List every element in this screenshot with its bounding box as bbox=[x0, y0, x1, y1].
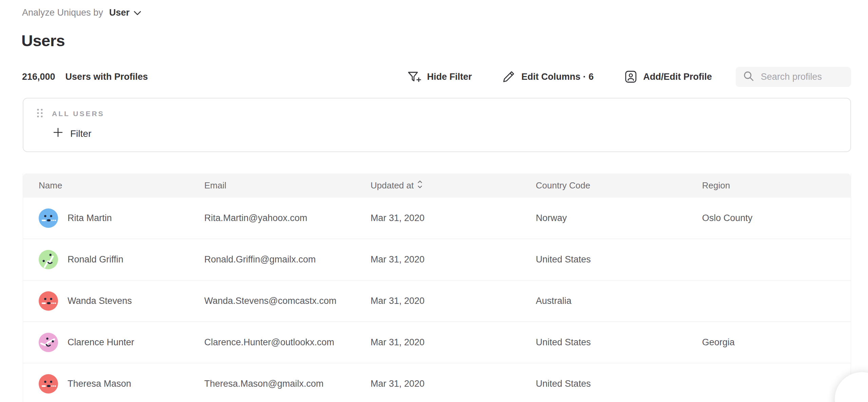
pencil-icon bbox=[502, 70, 516, 84]
table-row[interactable]: Ronald Griffin Ronald.Griffin@gmailx.com… bbox=[23, 239, 851, 280]
avatar bbox=[39, 208, 58, 228]
all-users-group: ALL USERS bbox=[36, 108, 850, 120]
name-cell: Theresa Mason bbox=[39, 374, 204, 394]
name-cell: Ronald Griffin bbox=[39, 250, 204, 269]
add-filter-button[interactable]: Filter bbox=[53, 127, 91, 140]
drag-handle-icon[interactable] bbox=[36, 108, 44, 120]
updated-at-cell: Mar 31, 2020 bbox=[371, 254, 536, 265]
column-header-region[interactable]: Region bbox=[702, 180, 835, 191]
profiles-count-label: Users with Profiles bbox=[65, 72, 148, 82]
column-header-updated-at[interactable]: Updated at bbox=[371, 180, 536, 191]
email-cell: Theresa.Mason@gmailx.com bbox=[204, 379, 371, 389]
analyze-uniques-label: Analyze Uniques by bbox=[22, 7, 103, 18]
country-code-cell: United States bbox=[536, 337, 702, 348]
avatar bbox=[39, 250, 58, 269]
hide-filter-button[interactable]: Hide Filter bbox=[407, 70, 472, 84]
funnel-plus-icon bbox=[407, 70, 421, 84]
add-edit-profile-button[interactable]: Add/Edit Profile bbox=[624, 70, 712, 84]
meta-row: 216,000 Users with Profiles Hide Filter bbox=[22, 67, 851, 87]
add-edit-profile-label: Add/Edit Profile bbox=[643, 72, 712, 82]
profiles-count: 216,000 Users with Profiles bbox=[22, 72, 148, 82]
hide-filter-label: Hide Filter bbox=[427, 72, 472, 82]
toolbar: Hide Filter Edit Columns · 6 bbox=[377, 67, 851, 87]
users-page: Analyze Uniques by User Users 216,000 Us… bbox=[0, 0, 868, 402]
column-header-name[interactable]: Name bbox=[39, 180, 204, 191]
country-code-cell: United States bbox=[536, 379, 702, 389]
search-profiles-box[interactable] bbox=[736, 67, 851, 87]
email-cell: Wanda.Stevens@comcastx.com bbox=[204, 296, 371, 306]
page-title: Users bbox=[21, 31, 65, 50]
edit-columns-label: Edit Columns · 6 bbox=[521, 72, 593, 82]
country-code-cell: United States bbox=[536, 254, 702, 265]
region-cell: Georgia bbox=[702, 337, 835, 348]
avatar bbox=[39, 291, 58, 311]
profiles-count-number: 216,000 bbox=[22, 72, 55, 82]
avatar bbox=[39, 333, 58, 352]
name-cell: Clarence Hunter bbox=[39, 333, 204, 352]
analyze-uniques-bar: Analyze Uniques by User bbox=[22, 7, 141, 18]
search-icon bbox=[742, 70, 755, 84]
all-users-label: ALL USERS bbox=[52, 110, 105, 118]
updated-at-cell: Mar 31, 2020 bbox=[371, 296, 536, 306]
name-cell: Wanda Stevens bbox=[39, 291, 204, 311]
country-code-cell: Australia bbox=[536, 296, 702, 306]
avatar bbox=[39, 374, 58, 394]
updated-at-cell: Mar 31, 2020 bbox=[371, 337, 536, 348]
chevron-down-icon bbox=[134, 7, 141, 18]
updated-at-cell: Mar 31, 2020 bbox=[371, 213, 536, 223]
filter-card: ALL USERS Filter bbox=[23, 98, 851, 152]
user-name: Ronald Griffin bbox=[68, 254, 124, 265]
email-cell: Rita.Martin@yahoox.com bbox=[204, 213, 371, 223]
table-row[interactable]: Wanda Stevens Wanda.Stevens@comcastx.com… bbox=[23, 280, 851, 322]
add-filter-label: Filter bbox=[70, 128, 91, 139]
plus-icon bbox=[53, 127, 63, 140]
email-cell: Clarence.Hunter@outlookx.com bbox=[204, 337, 371, 348]
profile-badge-icon bbox=[624, 70, 638, 84]
table-row[interactable]: Theresa Mason Theresa.Mason@gmailx.com M… bbox=[23, 363, 851, 402]
user-name: Theresa Mason bbox=[68, 379, 131, 389]
table-header: Name Email Updated at Country Code Regio… bbox=[23, 173, 851, 198]
table-row[interactable]: Clarence Hunter Clarence.Hunter@outlookx… bbox=[23, 322, 851, 363]
updated-at-cell: Mar 31, 2020 bbox=[371, 379, 536, 389]
email-cell: Ronald.Griffin@gmailx.com bbox=[204, 254, 371, 265]
name-cell: Rita Martin bbox=[39, 208, 204, 228]
user-name: Rita Martin bbox=[68, 213, 112, 223]
column-header-country-code[interactable]: Country Code bbox=[536, 180, 702, 191]
region-cell: Oslo County bbox=[702, 213, 835, 223]
column-header-email[interactable]: Email bbox=[204, 180, 371, 191]
table-row[interactable]: Rita Martin Rita.Martin@yahoox.com Mar 3… bbox=[23, 198, 851, 239]
user-name: Clarence Hunter bbox=[68, 337, 134, 348]
uniques-by-value: User bbox=[109, 7, 130, 18]
user-name: Wanda Stevens bbox=[68, 296, 132, 306]
profiles-table: Name Email Updated at Country Code Regio… bbox=[23, 173, 851, 402]
search-profiles-input[interactable] bbox=[761, 72, 844, 82]
country-code-cell: Norway bbox=[536, 213, 702, 223]
edit-columns-button[interactable]: Edit Columns · 6 bbox=[502, 70, 593, 84]
sort-icon[interactable] bbox=[417, 180, 423, 191]
uniques-by-select[interactable]: User bbox=[109, 7, 141, 18]
